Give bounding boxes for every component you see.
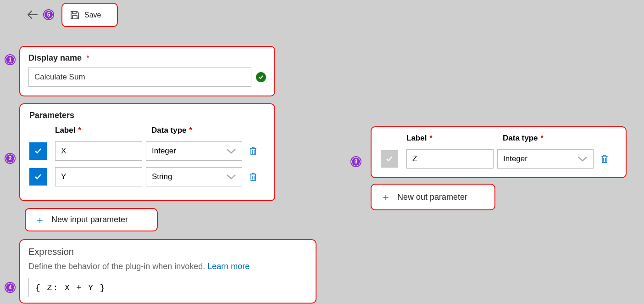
param-checkbox-1[interactable] — [29, 168, 47, 186]
step-badge-1: 1 — [5, 54, 16, 65]
plus-icon: ＋ — [35, 213, 45, 227]
display-name-label: Display name — [28, 53, 82, 63]
save-icon — [70, 10, 80, 20]
out-row-0: Integer — [381, 149, 616, 169]
delete-param-0[interactable] — [249, 146, 258, 156]
out-label-input-0[interactable] — [406, 149, 494, 169]
expression-label: Expression — [28, 247, 307, 257]
learn-more-link[interactable]: Learn more — [207, 262, 250, 271]
save-button[interactable]: Save — [62, 4, 117, 26]
step-badge-5: 5 — [43, 9, 54, 20]
param-header-type: Data type — [151, 126, 187, 135]
param-checkbox-0[interactable] — [29, 142, 47, 160]
chevron-down-icon — [226, 148, 236, 154]
new-input-highlight: ＋ New input parameter — [25, 208, 158, 231]
parameters-label: Parameters — [29, 111, 74, 120]
required-star: * — [87, 54, 89, 62]
new-output-button[interactable]: ＋ New out parameter — [372, 185, 494, 209]
param-type-dropdown-0[interactable]: Integer — [146, 141, 242, 161]
new-input-label: New input parameter — [51, 215, 128, 225]
param-type-value-1: String — [152, 172, 172, 181]
chevron-down-icon — [226, 174, 236, 180]
param-label-input-0[interactable] — [55, 141, 142, 161]
new-output-highlight: ＋ New out parameter — [371, 184, 495, 210]
parameters-section: Parameters Label* Data type* Integer Str… — [19, 103, 275, 201]
display-name-section: Display name * — [19, 46, 275, 96]
step-badge-2: 2 — [5, 153, 16, 164]
param-row-0: Integer — [29, 141, 265, 161]
display-name-input[interactable] — [28, 68, 251, 87]
param-header-label: Label — [55, 126, 75, 135]
expression-section: Expression Define the behavior of the pl… — [19, 239, 316, 304]
out-header-label: Label — [406, 134, 427, 142]
plus-icon: ＋ — [381, 190, 391, 204]
out-type-value-0: Integer — [503, 154, 527, 163]
param-label-input-1[interactable] — [55, 167, 142, 186]
back-icon[interactable] — [27, 10, 38, 19]
param-row-1: String — [29, 167, 265, 186]
new-input-button[interactable]: ＋ New input parameter — [26, 209, 157, 231]
param-type-value-0: Integer — [152, 146, 176, 156]
expression-input[interactable]: { Z: X + Y } — [28, 278, 307, 297]
param-type-dropdown-1[interactable]: String — [146, 167, 242, 186]
step-badge-3: 3 — [350, 156, 361, 167]
save-label: Save — [84, 11, 101, 19]
step-badge-4: 4 — [5, 282, 16, 293]
out-type-dropdown-0[interactable]: Integer — [497, 149, 594, 169]
delete-out-0[interactable] — [600, 154, 609, 164]
expression-value: { Z: X + Y } — [35, 283, 106, 293]
chevron-down-icon — [577, 156, 588, 162]
out-header-type: Data type — [503, 134, 538, 142]
expression-desc: Define the behavior of the plug-in when … — [28, 262, 207, 271]
out-checkbox-0[interactable] — [381, 150, 398, 168]
new-output-label: New out parameter — [397, 192, 467, 202]
delete-param-1[interactable] — [249, 172, 258, 182]
valid-icon — [256, 72, 266, 82]
save-button-highlight: Save — [61, 3, 118, 27]
output-parameters-section: Label* Data type* Integer — [371, 126, 627, 178]
